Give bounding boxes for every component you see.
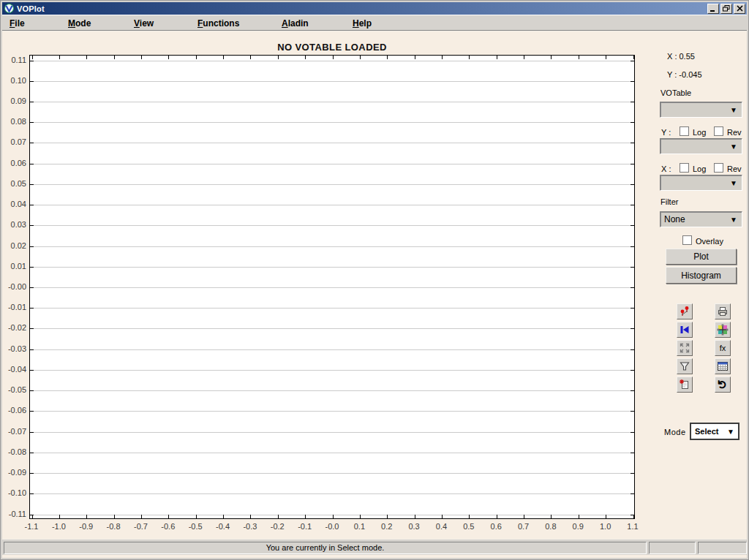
y-tick-label: -0.00 (0, 282, 26, 292)
filter-select-value: None (664, 214, 685, 224)
x-tick-label: -0.8 (98, 522, 129, 531)
x-tick-label: 0.9 (562, 522, 593, 531)
y-rev-label: Rev (727, 128, 742, 137)
chevron-down-icon: ▼ (727, 428, 734, 436)
x-log-label: Log (693, 164, 706, 173)
filter-tool-button[interactable] (677, 358, 693, 374)
x-tick-label: -0.1 (290, 522, 320, 531)
filter-funnel-icon (679, 360, 690, 372)
filter-label: Filter (660, 197, 678, 206)
status-bar: You are currently in Select mode. (2, 539, 747, 555)
overlay-plots-button[interactable] (715, 322, 731, 338)
menu-mode[interactable]: Mode (65, 18, 94, 29)
x-rev-label: Rev (727, 164, 742, 173)
mode-label: Mode (664, 428, 686, 436)
x-axis-label: X : (661, 164, 671, 173)
voplot-window: VOPlot File Mode View Functions Aladin H… (0, 0, 749, 560)
y-log-label: Log (693, 128, 706, 137)
y-tick-label: 0.04 (0, 200, 26, 209)
y-column-select[interactable]: ▼ (660, 138, 742, 154)
mode-select-value: Select (695, 427, 718, 436)
table-grid-icon (717, 360, 729, 372)
x-tick-label: 0.1 (344, 522, 374, 531)
scatter-plot-icon (679, 306, 690, 317)
plot-title: NO VOTABLE LOADED (29, 42, 635, 53)
refresh-icon: ↻ (717, 379, 729, 389)
y-tick-label: 0.03 (0, 220, 26, 230)
overlay-checkbox[interactable] (682, 235, 692, 245)
x-tick-label: -0.0 (317, 522, 347, 531)
refresh-button[interactable]: ↻ (715, 377, 731, 393)
x-tick-label: 0.3 (399, 522, 429, 531)
x-tick-label: -0.5 (180, 522, 211, 531)
print-button[interactable] (715, 303, 731, 319)
y-tick-label: -0.06 (0, 406, 26, 415)
restore-button[interactable] (720, 4, 732, 14)
chevron-down-icon: ▼ (730, 106, 737, 114)
y-tick-label: 0.09 (0, 97, 26, 106)
y-rev-checkbox[interactable] (714, 126, 723, 136)
x-log-checkbox[interactable] (680, 163, 689, 173)
x-tick-label: 1.0 (590, 522, 621, 531)
new-plot-button[interactable] (677, 377, 693, 393)
y-tick-label: -0.07 (0, 427, 26, 436)
x-tick-label: 0.7 (508, 522, 539, 531)
plot-button[interactable]: Plot (666, 249, 737, 265)
x-column-select[interactable]: ▼ (660, 175, 742, 191)
y-tick-label: 0.06 (0, 159, 26, 168)
y-tick-label: -0.01 (0, 303, 26, 312)
y-tick-label: 0.05 (0, 179, 26, 189)
show-table-button[interactable] (715, 358, 731, 374)
x-tick-label: -0.6 (153, 522, 184, 531)
y-tick-label: -0.03 (0, 344, 26, 354)
menu-help[interactable]: Help (350, 18, 374, 29)
close-button[interactable] (734, 4, 745, 14)
x-tick-label: 0.6 (481, 522, 511, 531)
y-axis-label: Y : (661, 128, 671, 137)
x-rev-checkbox[interactable] (714, 163, 723, 173)
y-tick-label: -0.04 (0, 365, 26, 374)
minimize-button[interactable] (707, 4, 719, 14)
reset-zoom-button[interactable] (677, 322, 693, 338)
go-first-icon (679, 324, 690, 336)
votable-label: VOTable (660, 88, 691, 97)
mode-select[interactable]: Select ▼ (690, 423, 739, 440)
menu-functions[interactable]: Functions (195, 18, 242, 29)
filter-select[interactable]: None ▼ (660, 211, 742, 227)
x-tick-label: -0.9 (71, 522, 102, 531)
function-button[interactable]: fx (715, 340, 731, 356)
menu-aladin[interactable]: Aladin (279, 18, 312, 29)
x-tick-label: 0.8 (535, 522, 566, 531)
x-tick-label: 0.2 (372, 522, 402, 531)
y-tick-label: -0.08 (0, 447, 26, 457)
fit-view-button[interactable] (677, 340, 693, 356)
status-cell-2 (649, 542, 696, 554)
chevron-down-icon: ▼ (730, 216, 737, 224)
x-tick-label: 0.4 (426, 522, 456, 531)
overlay-label: Overlay (696, 237, 723, 246)
x-tick-label: -1.0 (43, 522, 74, 531)
function-icon: fx (720, 344, 726, 352)
scatter-plot-button[interactable] (677, 303, 693, 319)
app-logo-icon (4, 4, 14, 13)
votable-select[interactable]: ▼ (660, 102, 742, 118)
menu-file[interactable]: File (7, 18, 28, 29)
new-page-icon (679, 379, 690, 390)
y-tick-label: 0.01 (0, 262, 26, 271)
status-cell-3 (698, 542, 747, 554)
plot-canvas[interactable] (29, 55, 635, 519)
menu-view[interactable]: View (131, 18, 157, 29)
menu-bar: File Mode View Functions Aladin Help (2, 15, 747, 31)
overlay-plots-icon (717, 324, 729, 336)
y-tick-label: -0.10 (0, 488, 26, 498)
y-tick-label: 0.02 (0, 241, 26, 251)
print-icon (717, 306, 729, 317)
x-tick-label: -0.7 (125, 522, 156, 531)
y-tick-label: 0.11 (0, 56, 26, 65)
y-log-checkbox[interactable] (680, 126, 689, 136)
histogram-button[interactable]: Histogram (666, 267, 737, 284)
y-tick-label: 0.08 (0, 117, 26, 126)
chevron-down-icon: ▼ (730, 143, 737, 151)
y-tick-label: -0.09 (0, 468, 26, 477)
y-tick-label: 0.10 (0, 76, 26, 86)
